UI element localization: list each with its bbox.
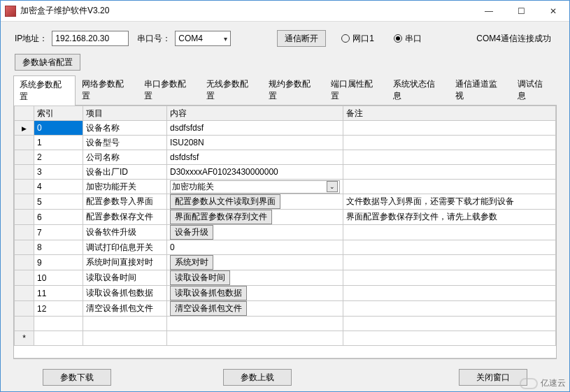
- row-header[interactable]: [15, 150, 34, 165]
- table-row[interactable]: 3设备出厂IDD30xxxxAF01023430000000: [15, 165, 556, 180]
- table-row[interactable]: 4加密功能开关加密功能关⌄: [15, 180, 556, 194]
- row-header[interactable]: [15, 301, 34, 317]
- cell-item[interactable]: 加密功能开关: [83, 180, 167, 194]
- table-row[interactable]: 10读取设备时间读取设备时间: [15, 270, 556, 286]
- cell-content[interactable]: 配置参数从文件读取到界面: [167, 194, 343, 210]
- col-content[interactable]: 内容: [167, 106, 343, 121]
- row-header[interactable]: [15, 255, 34, 270]
- cell-item[interactable]: 设备型号: [83, 136, 167, 150]
- row-header[interactable]: [15, 165, 34, 180]
- cell-item[interactable]: 调试打印信息开关: [83, 240, 167, 255]
- col-remark[interactable]: 备注: [343, 106, 556, 121]
- cell-content[interactable]: 读取设备抓包数据: [167, 286, 343, 301]
- cell-index[interactable]: 4: [34, 180, 83, 194]
- table-row[interactable]: 11读取设备抓包数据读取设备抓包数据: [15, 286, 556, 301]
- cell-item[interactable]: 配置参数保存文件: [83, 210, 167, 225]
- cell-content[interactable]: dsfdsfsf: [167, 150, 343, 165]
- cell-remark[interactable]: [343, 240, 556, 255]
- cell-item[interactable]: 清空设备抓包文件: [83, 301, 167, 317]
- cell-item[interactable]: 设备软件升级: [83, 225, 167, 240]
- radio-serial[interactable]: 串口: [394, 33, 422, 45]
- chevron-down-icon[interactable]: ⌄: [327, 181, 338, 192]
- cell-remark[interactable]: [343, 270, 556, 286]
- cell-index[interactable]: 6: [34, 210, 83, 225]
- table-row[interactable]: 8调试打印信息开关0: [15, 240, 556, 255]
- cell-remark[interactable]: [343, 150, 556, 165]
- cell-index[interactable]: 9: [34, 255, 83, 270]
- cell-index[interactable]: 5: [34, 194, 83, 210]
- cell-item[interactable]: 公司名称: [83, 150, 167, 165]
- com-select[interactable]: COM4 ▾: [175, 31, 231, 46]
- maximize-button[interactable]: ☐: [505, 1, 537, 22]
- cell-remark[interactable]: 文件数据导入到界面，还需要下载才能到设备: [343, 194, 556, 210]
- cell-index[interactable]: 8: [34, 240, 83, 255]
- tab-3[interactable]: 无线参数配置: [200, 75, 262, 105]
- cell-item[interactable]: 配置参数导入界面: [83, 194, 167, 210]
- cell-remark[interactable]: [343, 225, 556, 240]
- cell-item[interactable]: 读取设备抓包数据: [83, 286, 167, 301]
- cell-action-button[interactable]: 读取设备时间: [170, 270, 230, 285]
- cell-remark[interactable]: [343, 180, 556, 194]
- cell-remark[interactable]: [343, 255, 556, 270]
- cell-content[interactable]: 0: [167, 240, 343, 255]
- row-header[interactable]: [15, 136, 34, 150]
- close-window-button[interactable]: 关闭窗口: [459, 369, 527, 386]
- cell-content[interactable]: 系统对时: [167, 255, 343, 270]
- cell-content[interactable]: ISU208N: [167, 136, 343, 150]
- table-row[interactable]: 9系统时间直接对时系统对时: [15, 255, 556, 270]
- cell-index[interactable]: 3: [34, 165, 83, 180]
- row-header[interactable]: [15, 180, 34, 194]
- cell-index[interactable]: 12: [34, 301, 83, 317]
- cell-item[interactable]: 设备名称: [83, 121, 167, 136]
- tab-2[interactable]: 串口参数配置: [138, 75, 200, 105]
- cell-index[interactable]: 1: [34, 136, 83, 150]
- row-header[interactable]: [15, 286, 34, 301]
- cell-remark[interactable]: [343, 301, 556, 317]
- cell-content[interactable]: 设备升级: [167, 225, 343, 240]
- tab-5[interactable]: 端口属性配置: [325, 75, 387, 105]
- cell-remark[interactable]: [343, 286, 556, 301]
- data-grid[interactable]: 索引 项目 内容 备注 0设备名称dsdfsfdsf1设备型号ISU208N2公…: [14, 106, 556, 358]
- cell-remark[interactable]: [343, 121, 556, 136]
- col-index[interactable]: 索引: [34, 106, 83, 121]
- table-row[interactable]: 12清空设备抓包文件清空设备抓包文件: [15, 301, 556, 317]
- cell-action-button[interactable]: 系统对时: [170, 255, 213, 270]
- cell-item[interactable]: 读取设备时间: [83, 270, 167, 286]
- row-header[interactable]: [15, 240, 34, 255]
- cell-remark[interactable]: 界面配置参数保存到文件，请先上载参数: [343, 210, 556, 225]
- cell-action-button[interactable]: 清空设备抓包文件: [170, 301, 247, 316]
- cell-content[interactable]: 界面配置参数保存到文件: [167, 210, 343, 225]
- row-header[interactable]: [15, 225, 34, 240]
- disconnect-button[interactable]: 通信断开: [277, 30, 326, 47]
- cell-index[interactable]: 10: [34, 270, 83, 286]
- tab-8[interactable]: 调试信息: [511, 75, 557, 105]
- cell-item[interactable]: 设备出厂ID: [83, 165, 167, 180]
- cell-content[interactable]: 清空设备抓包文件: [167, 301, 343, 317]
- tab-7[interactable]: 通信通道监视: [449, 75, 511, 105]
- cell-content[interactable]: dsdfsfdsf: [167, 121, 343, 136]
- cell-index[interactable]: 0: [34, 121, 83, 136]
- cell-index[interactable]: 11: [34, 286, 83, 301]
- cell-content[interactable]: 加密功能关⌄: [167, 180, 343, 194]
- upload-button[interactable]: 参数上载: [223, 369, 292, 386]
- table-row[interactable]: 1设备型号ISU208N: [15, 136, 556, 150]
- cell-remark[interactable]: [343, 165, 556, 180]
- cell-index[interactable]: 7: [34, 225, 83, 240]
- tab-1[interactable]: 网络参数配置: [76, 75, 138, 105]
- row-header[interactable]: [15, 270, 34, 286]
- table-row[interactable]: 5配置参数导入界面配置参数从文件读取到界面文件数据导入到界面，还需要下载才能到设…: [15, 194, 556, 210]
- minimize-button[interactable]: —: [473, 1, 505, 22]
- cell-action-button[interactable]: 配置参数从文件读取到界面: [170, 194, 280, 209]
- cell-content[interactable]: 读取设备时间: [167, 270, 343, 286]
- table-row[interactable]: 7设备软件升级设备升级: [15, 225, 556, 240]
- table-row[interactable]: 0设备名称dsdfsfdsf: [15, 121, 556, 136]
- row-header[interactable]: [15, 210, 34, 225]
- cell-item[interactable]: 系统时间直接对时: [83, 255, 167, 270]
- table-row[interactable]: 6配置参数保存文件界面配置参数保存到文件界面配置参数保存到文件，请先上载参数: [15, 210, 556, 225]
- row-header[interactable]: [15, 194, 34, 210]
- close-button[interactable]: ✕: [537, 1, 569, 22]
- cell-index[interactable]: 2: [34, 150, 83, 165]
- tab-0[interactable]: 系统参数配置: [13, 75, 76, 106]
- row-header[interactable]: [15, 121, 34, 136]
- table-row[interactable]: 2公司名称dsfdsfsf: [15, 150, 556, 165]
